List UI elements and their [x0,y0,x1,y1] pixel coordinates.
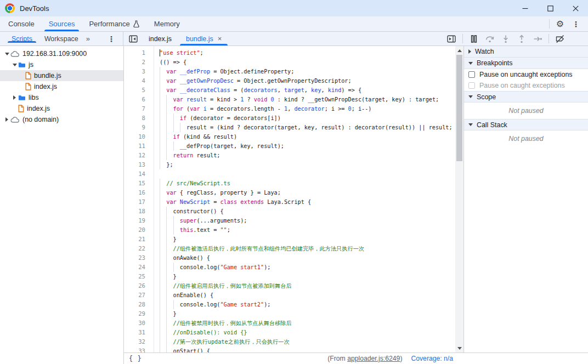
line-number[interactable]: 32 [124,337,154,346]
tab-label: Console [8,20,35,28]
editor-scrollbar[interactable] [455,46,463,352]
status-bar: { } (From apploader.js:6249) Coverage: n… [124,352,588,364]
line-number[interactable]: 31 [124,328,154,337]
line-number[interactable]: 17 [124,197,154,207]
step-button[interactable] [533,34,542,44]
line-number[interactable]: 8 [124,113,154,123]
line-number[interactable]: 18 [124,207,154,216]
line-number[interactable]: 12 [124,151,154,160]
line-number[interactable]: 4 [124,76,154,86]
line-number[interactable]: 28 [124,300,154,309]
deactivate-breakpoints-button[interactable] [555,34,565,44]
expanded-arrow-icon [468,123,473,126]
line-number[interactable]: 2 [124,58,154,67]
coverage-link[interactable]: Coverage: n/a [411,355,453,362]
step-over-button[interactable] [485,34,495,44]
line-number[interactable]: 33 [124,346,154,352]
editor-tabs: index.jsbundle.js× [142,32,229,46]
code-line: var __getOwnPropDesc = Object.getOwnProp… [160,76,455,86]
scroll-up-arrow[interactable] [455,46,463,55]
settings-gear-icon[interactable]: ⚙ [556,20,564,29]
line-number[interactable]: 26 [124,281,154,291]
line-number[interactable]: 27 [124,291,154,300]
line-number[interactable]: 23 [124,253,154,263]
tree-item-index-js[interactable]: index.js [0,103,123,114]
line-number[interactable]: 11 [124,141,154,151]
tree-item-bundle-js[interactable]: bundle.js [0,70,123,81]
line-number[interactable]: 7 [124,104,154,113]
pause-button[interactable] [469,34,479,44]
tree-item-no-domain[interactable]: (no domain) [0,114,123,125]
code-line: if (kind && result) [160,132,455,141]
tab-memory[interactable]: Memory [147,16,187,31]
more-options-icon[interactable]: ⋮ [570,20,581,29]
line-number[interactable]: 22 [124,244,154,253]
close-tab-icon[interactable]: × [218,35,222,43]
line-number[interactable]: 1 [124,48,154,58]
main-tabs: ConsoleSourcesPerformanceMemory [0,16,187,31]
editor[interactable]: 1234567891011121314151617181920212223242… [124,46,463,352]
navigator-tab-workspace[interactable]: Workspace [38,35,84,43]
line-number[interactable]: 9 [124,123,154,132]
line-number[interactable]: 19 [124,216,154,225]
code-line: //第一次执行update之前执行，只会执行一次 [160,337,455,346]
tree-item-192-168-31-109-9000[interactable]: 192.168.31.109:9000 [0,48,123,59]
navigator-tab-scripts[interactable]: Scripts [5,35,38,43]
step-out-button[interactable] [517,34,527,44]
code-line: __defProp(target, key, result); [160,141,455,151]
toggle-drawer-button[interactable] [446,34,456,44]
editor-tab-index-js[interactable]: index.js [142,32,179,46]
tab-sources[interactable]: Sources [42,16,82,31]
line-number[interactable]: 14 [124,169,154,179]
step-into-button[interactable] [501,34,511,44]
hide-navigator-icon[interactable] [128,34,138,44]
devtools-window: DevTools ConsoleSourcesPerformanceMemory… [0,0,588,364]
tree-item-libs[interactable]: libs [0,92,123,103]
line-number[interactable]: 16 [124,188,154,197]
line-number[interactable]: 29 [124,309,154,318]
collapsed-arrow-icon [11,95,18,100]
line-number[interactable]: 15 [124,179,154,188]
section-header-watch[interactable]: Watch [464,46,588,58]
section-header-call-stack[interactable]: Call Stack [464,119,588,130]
line-number[interactable]: 21 [124,235,154,244]
apploader-source-link[interactable]: apploader.js:6249 [347,355,400,362]
code-line: } [160,235,455,244]
pretty-print-button[interactable]: { } [129,355,142,362]
tree-item-js[interactable]: js [0,59,123,70]
toolbar-right: ⚙ ⋮ [549,16,588,31]
line-number[interactable]: 20 [124,225,154,235]
scrollbar-thumb[interactable] [456,55,462,161]
code-line: var __defProp = Object.defineProperty; [160,67,455,76]
line-number[interactable]: 10 [124,132,154,141]
line-number[interactable]: 30 [124,318,154,328]
line-number[interactable]: 13 [124,160,154,169]
more-tabs-icon[interactable]: » [86,35,90,43]
scroll-down-arrow[interactable] [455,344,463,352]
line-numbers: 1234567891011121314151617181920212223242… [124,46,154,352]
code-line: //组件被启用后执行，例如节点被添加到舞台后 [160,281,455,291]
section-header-breakpoints[interactable]: Breakpoints [464,58,588,69]
editor-tab-bundle-js[interactable]: bundle.js× [179,32,229,46]
line-number[interactable]: 25 [124,272,154,281]
navigator-menu-icon[interactable]: ⋮ [106,35,117,43]
file-icon [25,72,31,79]
section-title: Scope [477,93,496,101]
not-paused-message: Not paused [464,103,588,119]
collapsed-arrow-icon [3,117,10,122]
line-number[interactable]: 3 [124,67,154,76]
maximize-button[interactable] [538,0,563,16]
minimize-button[interactable] [512,0,538,16]
close-button[interactable] [563,0,588,16]
line-number[interactable]: 6 [124,95,154,104]
pause-on-uncaught-exceptions-checkbox[interactable]: Pause on uncaught exceptions [464,69,588,80]
line-number[interactable]: 24 [124,263,154,272]
tree-item-label: (no domain) [22,116,59,123]
tab-console[interactable]: Console [1,16,42,31]
section-header-scope[interactable]: Scope [464,91,588,103]
folder-icon [18,61,26,68]
tree-item-index-js[interactable]: index.js [0,81,123,92]
tab-performance[interactable]: Performance [82,16,146,31]
line-number[interactable]: 5 [124,86,154,95]
code-line: //onDisable(): void {} [160,328,455,337]
